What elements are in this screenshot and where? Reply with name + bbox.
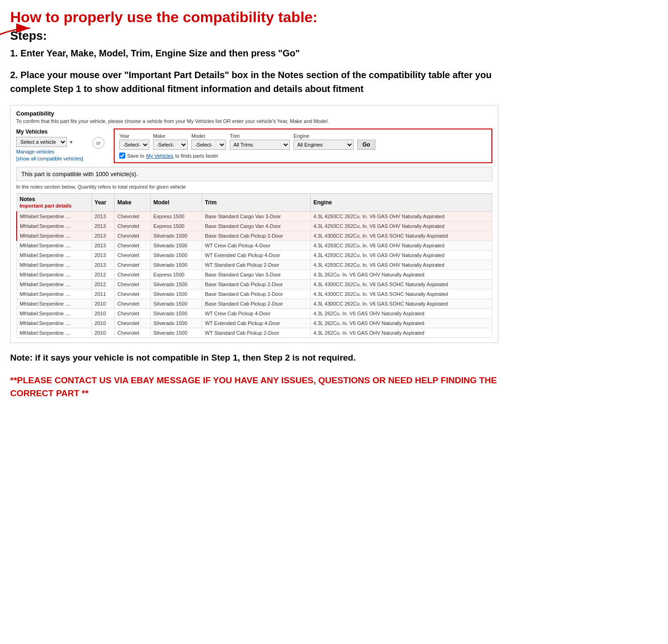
main-title: How to properly use the compatibility ta… [10,8,498,26]
manage-vehicles-link[interactable]: Manage vehicles [16,149,83,154]
model-label: Model [191,133,226,139]
cell-year: 2010 [92,299,115,309]
col-model: Model [150,194,202,212]
trim-field: Trim All Trims [230,133,290,150]
cell-year: 2012 [92,280,115,289]
cell-year: 2013 [92,212,115,221]
cell-year: 2012 [92,270,115,280]
cell-make: Chevrolet [115,212,151,221]
cell-notes: Mfrlabel:Serpentine .... [17,241,92,251]
cell-model: Express 1500 [150,212,202,221]
cell-year: 2010 [92,309,115,319]
cell-trim: WT Standard Cab Pickup 2-Door [202,328,311,338]
cell-engine: 4.3L 4293CC 262Cu. In. V6 GAS OHV Natura… [311,212,492,221]
make-field: Make -Select- [153,133,188,150]
go-button[interactable]: Go [357,140,375,150]
table-row: Mfrlabel:Serpentine ....2012ChevroletSil… [17,280,492,289]
cell-notes: Mfrlabel:Serpentine .... [17,299,92,309]
cell-make: Chevrolet [115,289,151,299]
cell-notes: Mfrlabel:Serpentine .... [17,212,92,221]
compat-subtitle: To confirm that this part fits your vehi… [16,118,492,124]
make-select[interactable]: -Select- [153,140,188,150]
cell-model: Silverado 1500 [150,328,202,338]
select-vehicle-dropdown[interactable]: Select a vehicle [16,137,67,147]
table-row: Mfrlabel:Serpentine ....2013ChevroletSil… [17,231,492,241]
vehicle-form-box: Year -Select- Make -Select- Model -Selec… [114,129,492,163]
cell-year: 2013 [92,221,115,231]
cell-trim: Base Standard Cab Pickup 2-Door [202,280,311,289]
cell-notes: Mfrlabel:Serpentine .... [17,319,92,328]
cell-notes: Mfrlabel:Serpentine .... [17,280,92,289]
cell-model: Express 1500 [150,221,202,231]
cell-trim: Base Standard Cab Pickup 2-Door [202,231,311,241]
cell-model: Silverado 1500 [150,289,202,299]
cell-make: Chevrolet [115,221,151,231]
cell-engine: 4.3L 4300CC 262Cu. In. V6 GAS SOHC Natur… [311,289,492,299]
cell-notes: Mfrlabel:Serpentine .... [17,221,92,231]
cell-year: 2010 [92,319,115,328]
step1-text: 1. Enter Year, Make, Model, Trim, Engine… [10,47,498,60]
compat-title: Compatibility [16,110,492,117]
compatibility-box: Compatibility To confirm that this part … [10,105,498,343]
trim-select[interactable]: All Trims [230,140,290,150]
show-all-link[interactable]: [show all compatible vehicles] [16,156,83,161]
cell-engine: 4.3L 4300CC 262Cu. In. V6 GAS SOHC Natur… [311,280,492,289]
compatibility-table: Notes Important part details Year Make M… [16,193,492,338]
cell-trim: Base Standard Cargo Van 4-Door [202,221,311,231]
cell-engine: 4.3L 4293CC 262Cu. In. V6 GAS OHV Natura… [311,221,492,231]
cell-make: Chevrolet [115,260,151,270]
cell-year: 2013 [92,241,115,251]
year-select[interactable]: -Select- [119,140,149,150]
engine-select[interactable]: All Engines [294,140,354,150]
table-row: Mfrlabel:Serpentine ....2013ChevroletSil… [17,260,492,270]
my-vehicles-label: My Vehicles [16,129,83,135]
or-divider: or [92,137,104,149]
cell-model: Silverado 1500 [150,241,202,251]
cell-year: 2011 [92,289,115,299]
my-vehicles-section: My Vehicles Select a vehicle ▼ Manage ve… [16,129,83,161]
cell-make: Chevrolet [115,231,151,241]
cell-model: Silverado 1500 [150,231,202,241]
save-checkbox[interactable] [119,153,125,159]
table-row: Mfrlabel:Serpentine ....2013ChevroletSil… [17,251,492,260]
cell-trim: WT Crew Cab Pickup 4-Door [202,241,311,251]
table-row: Mfrlabel:Serpentine ....2013ChevroletExp… [17,221,492,231]
cell-year: 2013 [92,231,115,241]
cell-make: Chevrolet [115,299,151,309]
table-row: Mfrlabel:Serpentine ....2013ChevroletSil… [17,241,492,251]
cell-engine: 4.3L 262Cu. In. V6 GAS OHV Naturally Asp… [311,319,492,328]
cell-make: Chevrolet [115,241,151,251]
table-row: Mfrlabel:Serpentine ....2010ChevroletSil… [17,319,492,328]
my-vehicles-link[interactable]: My Vehicles [146,153,173,159]
model-field: Model -Select- [191,133,226,150]
cell-make: Chevrolet [115,280,151,289]
cell-engine: 4.3L 262Cu. In. V6 GAS OHV Naturally Asp… [311,328,492,338]
cell-engine: 4.3L 4300CC 262Cu. In. V6 GAS SOHC Natur… [311,231,492,241]
important-part-details-label: Important part details [20,203,72,209]
cell-engine: 4.3L 4293CC 262Cu. In. V6 GAS OHV Natura… [311,260,492,270]
cell-year: 2013 [92,251,115,260]
save-label-post: to finds parts faster [175,153,219,159]
year-field: Year -Select- [119,133,149,150]
cell-engine: 4.3L 262Cu. In. V6 GAS OHV Naturally Asp… [311,309,492,319]
table-row: Mfrlabel:Serpentine ....2010ChevroletSil… [17,309,492,319]
model-select[interactable]: -Select- [191,140,226,150]
cell-model: Express 1500 [150,270,202,280]
notes-header-label: Notes [20,196,35,202]
cell-make: Chevrolet [115,309,151,319]
cell-notes: Mfrlabel:Serpentine .... [17,251,92,260]
cell-trim: WT Extended Cab Pickup 4-Door [202,319,311,328]
cell-model: Silverado 1500 [150,319,202,328]
cell-notes: Mfrlabel:Serpentine .... [17,328,92,338]
cell-year: 2010 [92,328,115,338]
year-label: Year [119,133,149,139]
save-checkbox-row: Save to My Vehicles to finds parts faste… [119,153,487,159]
note-section: Note: if it says your vehicle is not com… [10,351,498,365]
steps-heading: Steps: [10,29,498,43]
cell-model: Silverado 1500 [150,251,202,260]
trim-label: Trim [230,133,290,139]
cell-make: Chevrolet [115,319,151,328]
cell-engine: 4.3L 4300CC 262Cu. In. V6 GAS SOHC Natur… [311,299,492,309]
table-row: Mfrlabel:Serpentine ....2010ChevroletSil… [17,328,492,338]
col-make: Make [115,194,151,212]
